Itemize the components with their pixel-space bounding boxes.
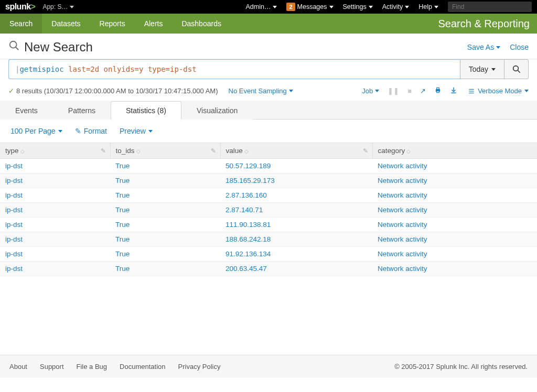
admin-menu[interactable]: Admin…: [245, 3, 277, 10]
cell-value[interactable]: 200.63.45.47: [220, 262, 372, 276]
app-selector[interactable]: App: S…: [42, 3, 74, 10]
cell-type[interactable]: ip-dst: [0, 159, 110, 173]
chevron-down-icon: [405, 6, 409, 8]
col-header-toids[interactable]: to_ids◇✎: [110, 143, 220, 159]
cell-to_ids[interactable]: True: [110, 262, 220, 276]
footer-support[interactable]: Support: [40, 363, 64, 371]
chevron-down-icon: [369, 6, 373, 8]
status-row: ✓8 results (10/30/17 12:00:00.000 AM to …: [0, 83, 537, 101]
pencil-icon[interactable]: ✎: [363, 147, 368, 155]
footer-privacy[interactable]: Privacy Policy: [178, 363, 221, 371]
sort-icon: ◇: [244, 148, 249, 154]
col-header-value[interactable]: value◇✎: [220, 143, 372, 159]
activity-menu[interactable]: Activity: [382, 3, 410, 10]
tab-patterns[interactable]: Patterns: [53, 101, 111, 119]
event-sampling[interactable]: No Event Sampling: [229, 87, 293, 95]
nav-dashboards[interactable]: Dashboards: [172, 14, 231, 34]
result-tabs: Events Patterns Statistics (8) Visualiza…: [0, 101, 537, 119]
search-mode[interactable]: Verbose Mode: [468, 87, 529, 95]
tab-visualization[interactable]: Visualization: [181, 101, 253, 119]
cell-type[interactable]: ip-dst: [0, 232, 110, 247]
cell-category[interactable]: Network activity: [372, 232, 537, 247]
search-input[interactable]: |getmispioc last=2d onlyids=y type=ip-ds…: [8, 59, 460, 79]
cell-category[interactable]: Network activity: [372, 203, 537, 217]
cell-type[interactable]: ip-dst: [0, 188, 110, 203]
cell-to_ids[interactable]: True: [110, 232, 220, 247]
nav-tabs: Search Datasets Reports Alerts Dashboard…: [0, 14, 231, 34]
job-controls: Job ❚❚ ■ ↗: [362, 86, 457, 95]
per-page-selector[interactable]: 100 Per Page: [10, 127, 62, 135]
nav-search[interactable]: Search: [0, 14, 42, 34]
sort-icon: ◇: [406, 148, 411, 154]
pencil-icon[interactable]: ✎: [101, 147, 106, 155]
download-icon[interactable]: [450, 86, 457, 95]
svg-point-2: [513, 66, 518, 71]
nav-alerts[interactable]: Alerts: [135, 14, 173, 34]
col-header-category[interactable]: category◇: [372, 143, 537, 159]
save-as-button[interactable]: Save As: [467, 43, 500, 51]
footer-about[interactable]: About: [9, 363, 27, 371]
table-row: ip-dstTrue91.92.136.134Network activity: [0, 247, 537, 262]
share-icon[interactable]: ↗: [420, 87, 426, 95]
col-header-type[interactable]: type◇✎: [0, 143, 110, 159]
cell-value[interactable]: 111.90.138.81: [220, 217, 372, 232]
cell-value[interactable]: 185.165.29.173: [220, 173, 372, 188]
top-menu: Admin… 2 Messages Settings Activity Help: [245, 2, 532, 12]
nav-datasets[interactable]: Datasets: [42, 14, 90, 34]
cell-value[interactable]: 50.57.129.189: [220, 159, 372, 173]
cell-category[interactable]: Network activity: [372, 159, 537, 173]
cell-type[interactable]: ip-dst: [0, 203, 110, 217]
chevron-down-icon: [58, 130, 62, 133]
search-icon: [512, 64, 521, 74]
cell-value[interactable]: 2.87.140.71: [220, 203, 372, 217]
format-button[interactable]: ✎Format: [75, 127, 107, 135]
stop-icon[interactable]: ■: [407, 87, 412, 95]
cell-to_ids[interactable]: True: [110, 159, 220, 173]
search-row: |getmispioc last=2d onlyids=y type=ip-ds…: [0, 59, 537, 83]
cell-category[interactable]: Network activity: [372, 188, 537, 203]
cell-to_ids[interactable]: True: [110, 217, 220, 232]
cell-category[interactable]: Network activity: [372, 173, 537, 188]
cell-category[interactable]: Network activity: [372, 262, 537, 276]
cell-category[interactable]: Network activity: [372, 247, 537, 262]
preview-selector[interactable]: Preview: [120, 127, 153, 135]
job-menu[interactable]: Job: [362, 87, 379, 95]
settings-menu[interactable]: Settings: [343, 3, 373, 10]
cell-type[interactable]: ip-dst: [0, 262, 110, 276]
run-search-button[interactable]: [504, 59, 529, 79]
svg-line-3: [518, 70, 520, 73]
time-range-picker[interactable]: Today: [460, 59, 504, 79]
footer-docs[interactable]: Documentation: [120, 363, 165, 371]
app-brand: Search & Reporting: [438, 18, 537, 30]
cell-to_ids[interactable]: True: [110, 203, 220, 217]
pause-icon[interactable]: ❚❚: [388, 87, 399, 95]
cell-to_ids[interactable]: True: [110, 173, 220, 188]
tab-statistics[interactable]: Statistics (8): [111, 101, 181, 119]
print-icon[interactable]: [434, 86, 442, 95]
cell-value[interactable]: 2.87.136.160: [220, 188, 372, 203]
cell-type[interactable]: ip-dst: [0, 217, 110, 232]
cell-to_ids[interactable]: True: [110, 188, 220, 203]
table-row: ip-dstTrue188.68.242.18Network activity: [0, 232, 537, 247]
messages-menu[interactable]: 2 Messages: [286, 3, 333, 11]
cell-type[interactable]: ip-dst: [0, 173, 110, 188]
nav-reports[interactable]: Reports: [90, 14, 135, 34]
close-button[interactable]: Close: [510, 43, 529, 51]
find-input[interactable]: [448, 2, 532, 12]
chevron-down-icon: [491, 68, 496, 71]
sort-icon: ◇: [20, 148, 25, 154]
cell-category[interactable]: Network activity: [372, 217, 537, 232]
cell-to_ids[interactable]: True: [110, 247, 220, 262]
pencil-icon[interactable]: ✎: [211, 147, 216, 155]
cell-type[interactable]: ip-dst: [0, 247, 110, 262]
footer-bug[interactable]: File a Bug: [77, 363, 108, 371]
chevron-down-icon: [375, 90, 379, 92]
cell-value[interactable]: 188.68.242.18: [220, 232, 372, 247]
tab-events[interactable]: Events: [0, 101, 53, 119]
table-row: ip-dstTrue111.90.138.81Network activity: [0, 217, 537, 232]
chevron-down-icon: [329, 6, 334, 8]
table-toolbar: 100 Per Page ✎Format Preview: [0, 119, 537, 143]
help-menu[interactable]: Help: [418, 3, 438, 10]
top-bar: splunk> App: S… Admin… 2 Messages Settin…: [0, 0, 537, 14]
cell-value[interactable]: 91.92.136.134: [220, 247, 372, 262]
